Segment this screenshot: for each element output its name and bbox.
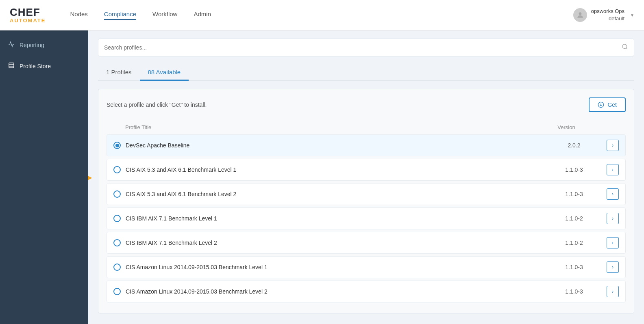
profile-detail-button[interactable]: › (607, 213, 619, 224)
sidebar: Reporting Profile Store ▶ (0, 30, 88, 324)
profile-version: 2.0.2 (542, 142, 607, 149)
nav-workflow[interactable]: Workflow (152, 11, 177, 20)
col-header-title: Profile Title (125, 124, 534, 130)
profile-name: CIS AIX 5.3 and AIX 6.1 Benchmark Level … (126, 166, 542, 173)
top-nav: CHEF AUTOMATE Nodes Compliance Workflow … (0, 0, 644, 30)
sidebar-expand-arrow: ▶ (88, 174, 92, 181)
profile-version: 1.1.0-3 (542, 288, 607, 295)
profile-tabs: 1 Profiles 88 Available (98, 65, 634, 81)
radio-unselected (113, 239, 121, 246)
download-icon (598, 102, 604, 108)
get-button-label: Get (607, 102, 617, 108)
col-header-version: Version (534, 124, 599, 130)
radio-selected (113, 142, 121, 149)
profile-name: CIS Amazon Linux 2014.09-2015.03 Benchma… (126, 288, 542, 295)
logo: CHEF AUTOMATE (10, 6, 46, 24)
logo-chef: CHEF (10, 6, 46, 18)
profile-name: CIS IBM AIX 7.1 Benchmark Level 2 (126, 240, 542, 246)
svg-line-5 (626, 48, 627, 49)
profile-name: DevSec Apache Baseline (126, 142, 542, 149)
profile-version: 1.1.0-2 (542, 240, 607, 246)
profile-version: 1.1.0-3 (542, 191, 607, 197)
radio-col (113, 239, 126, 246)
user-org: default (591, 15, 624, 22)
panel-description: Select a profile and click "Get" to inst… (107, 102, 207, 108)
search-bar (98, 39, 634, 56)
radio-col (113, 215, 126, 222)
reporting-icon (8, 41, 15, 49)
search-icon (622, 43, 628, 52)
user-menu[interactable]: opsworks Ops default ▼ (573, 8, 634, 22)
profile-store-icon (8, 62, 15, 70)
sidebar-item-profile-store[interactable]: Profile Store (0, 56, 88, 77)
radio-col (113, 142, 126, 149)
panel-header: Select a profile and click "Get" to inst… (107, 97, 626, 112)
profile-name: CIS AIX 5.3 and AIX 6.1 Benchmark Level … (126, 191, 542, 197)
radio-col (113, 288, 126, 295)
table-header: Profile Title Version (107, 120, 626, 134)
profile-detail-button[interactable]: › (607, 261, 619, 273)
profile-name: CIS Amazon Linux 2014.09-2015.03 Benchma… (126, 264, 542, 270)
svg-point-0 (579, 12, 581, 15)
profile-version: 1.1.0-3 (542, 166, 607, 173)
sidebar-item-reporting[interactable]: Reporting (0, 35, 88, 56)
profile-name: CIS IBM AIX 7.1 Benchmark Level 1 (126, 215, 542, 222)
table-row[interactable]: CIS IBM AIX 7.1 Benchmark Level 2 1.1.0-… (107, 232, 626, 254)
profiles-panel: Select a profile and click "Get" to inst… (98, 89, 634, 313)
search-input[interactable] (104, 44, 622, 51)
user-dropdown-arrow: ▼ (630, 13, 634, 17)
table-row[interactable]: DevSec Apache Baseline 2.0.2 › (107, 134, 626, 156)
radio-unselected (113, 288, 121, 295)
sidebar-profile-store-label: Profile Store (20, 63, 51, 69)
radio-col (113, 264, 126, 271)
tab-available[interactable]: 88 Available (140, 65, 189, 81)
sidebar-reporting-label: Reporting (20, 42, 44, 48)
main-content: 1 Profiles 88 Available Select a profile… (88, 30, 644, 324)
table-row[interactable]: CIS AIX 5.3 and AIX 6.1 Benchmark Level … (107, 159, 626, 181)
logo-automate: AUTOMATE (10, 18, 46, 24)
profile-detail-button[interactable]: › (607, 140, 619, 151)
profile-rows-container: DevSec Apache Baseline 2.0.2 › CIS AIX 5… (107, 134, 626, 302)
tab-installed[interactable]: 1 Profiles (98, 65, 140, 81)
svg-point-4 (622, 44, 627, 49)
profile-detail-button[interactable]: › (607, 237, 619, 248)
profiles-table: Profile Title Version DevSec Apache Base… (107, 120, 626, 302)
get-button[interactable]: Get (589, 97, 626, 112)
table-row[interactable]: CIS AIX 5.3 and AIX 6.1 Benchmark Level … (107, 183, 626, 205)
svg-rect-1 (9, 63, 14, 68)
radio-col (113, 166, 126, 173)
table-row[interactable]: CIS Amazon Linux 2014.09-2015.03 Benchma… (107, 256, 626, 278)
radio-unselected (113, 166, 121, 173)
radio-unselected (113, 264, 121, 271)
profile-version: 1.1.0-2 (542, 215, 607, 222)
user-name: opsworks Ops (591, 8, 624, 15)
profile-detail-button[interactable]: › (607, 188, 619, 200)
profile-version: 1.1.0-3 (542, 264, 607, 270)
profile-detail-button[interactable]: › (607, 164, 619, 175)
nav-nodes[interactable]: Nodes (70, 11, 87, 20)
table-row[interactable]: CIS Amazon Linux 2014.09-2015.03 Benchma… (107, 281, 626, 302)
user-info: opsworks Ops default (591, 8, 624, 22)
avatar (573, 8, 587, 22)
profile-detail-button[interactable]: › (607, 286, 619, 297)
table-row[interactable]: CIS IBM AIX 7.1 Benchmark Level 1 1.1.0-… (107, 207, 626, 229)
radio-unselected (113, 190, 121, 198)
nav-admin[interactable]: Admin (194, 11, 211, 20)
main-nav: Nodes Compliance Workflow Admin (70, 11, 573, 20)
nav-compliance[interactable]: Compliance (104, 11, 136, 20)
app-body: Reporting Profile Store ▶ 1 Profiles 88 … (0, 30, 644, 324)
radio-col (113, 190, 126, 198)
radio-unselected (113, 215, 121, 222)
